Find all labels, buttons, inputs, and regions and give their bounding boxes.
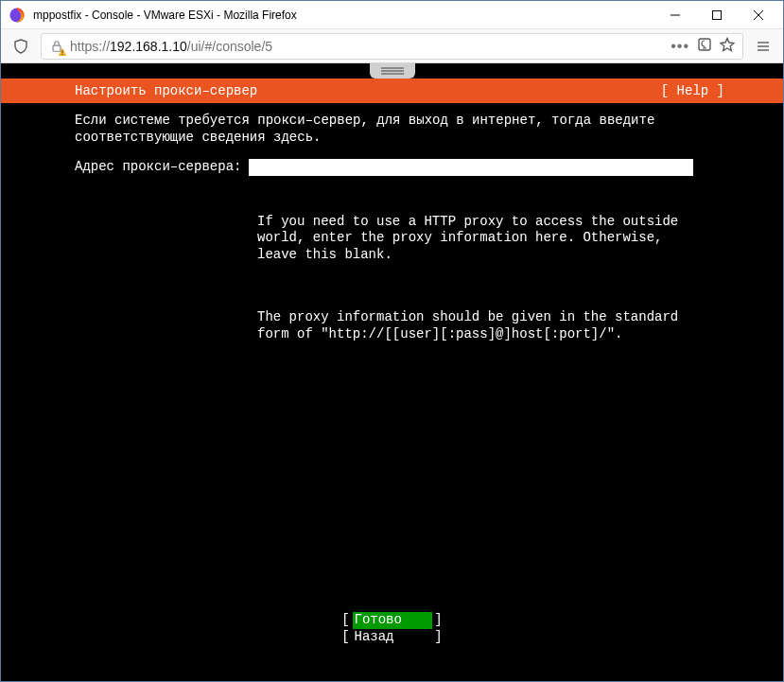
proxy-address-input[interactable] [249, 159, 693, 176]
console-title: Настроить прокси–сервер [75, 83, 257, 98]
intro-text: Если системе требуется прокси–сервер, дл… [75, 113, 680, 146]
help-button[interactable]: [ Help ] [661, 83, 724, 98]
bookmark-star-icon[interactable] [720, 37, 735, 56]
console-area: Настроить прокси–сервер [ Help ] Если си… [1, 63, 783, 681]
lock-warning-icon [49, 39, 64, 54]
window-title: mppostfix - Console - VMware ESXi - Mozi… [33, 9, 654, 22]
done-button[interactable]: [Готово] [340, 612, 445, 629]
console-topbar [1, 63, 783, 79]
address-bar: https://192.168.1.10/ui/#/console/5 ••• [1, 29, 783, 63]
url-field[interactable]: https://192.168.1.10/ui/#/console/5 ••• [41, 33, 743, 60]
window-controls [654, 2, 779, 28]
console-header: Настроить прокси–сервер [ Help ] [1, 79, 783, 103]
hint-text-1: If you need to use a HTTP proxy to acces… [257, 214, 702, 264]
close-button[interactable] [738, 2, 779, 28]
window-titlebar: mppostfix - Console - VMware ESXi - Mozi… [1, 1, 783, 29]
hint-text-2: The proxy information should be given in… [257, 309, 702, 342]
console-footer [1, 662, 783, 681]
reader-icon[interactable] [697, 37, 712, 56]
back-button[interactable]: [Назад] [340, 629, 445, 646]
console-body: Если системе требуется прокси–сервер, дл… [1, 103, 783, 662]
url-text: https://192.168.1.10/ui/#/console/5 [70, 39, 272, 54]
proxy-field-label: Адрес прокси–сервера: [75, 159, 241, 176]
proxy-field-row: Адрес прокси–сервера: [75, 159, 741, 177]
svg-rect-2 [713, 10, 722, 19]
console-drag-handle[interactable] [370, 63, 415, 79]
bottom-buttons: [Готово] [Назад] [1, 612, 783, 645]
maximize-button[interactable] [696, 2, 738, 28]
minimize-button[interactable] [654, 2, 696, 28]
svg-point-7 [61, 53, 62, 54]
page-actions-icon[interactable]: ••• [671, 38, 689, 55]
shield-icon[interactable] [7, 32, 35, 61]
firefox-icon [9, 7, 26, 24]
hint-block: If you need to use a HTTP proxy to acces… [257, 181, 702, 390]
menu-icon[interactable] [749, 32, 777, 61]
